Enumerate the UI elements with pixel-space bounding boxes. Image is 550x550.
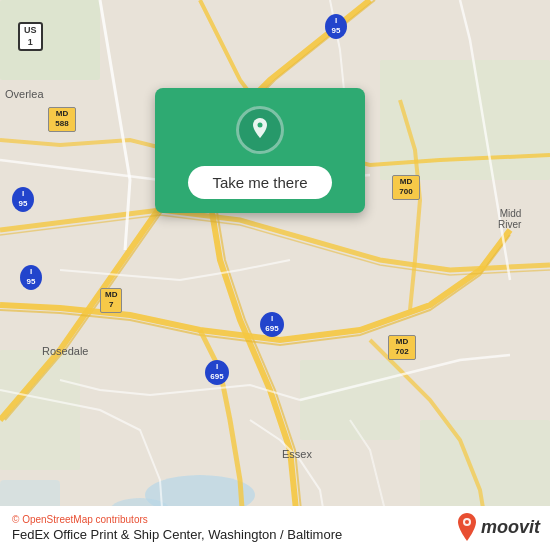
map-container: US1 I95 MD588 MD7 I95 MD700 I95	[0, 0, 550, 550]
moovit-logo: moovit	[456, 512, 540, 542]
navigation-card: Take me there	[155, 88, 365, 213]
place-rosedale: Rosedale	[42, 345, 88, 357]
take-me-there-button[interactable]: Take me there	[188, 166, 331, 199]
location-icon-wrapper	[236, 106, 284, 154]
osm-icon: ©	[12, 514, 19, 525]
shield-i695: I695	[260, 312, 284, 337]
moovit-pin-icon	[456, 512, 478, 542]
svg-rect-8	[420, 420, 550, 520]
shield-i695-2: I695	[205, 360, 229, 385]
shield-md588: MD588	[48, 107, 76, 132]
moovit-brand-text: moovit	[481, 517, 540, 538]
place-essex: Essex	[282, 448, 312, 460]
shield-md702: MD702	[388, 335, 416, 360]
shield-md700: MD700	[392, 175, 420, 200]
svg-point-11	[465, 520, 469, 524]
location-pin-icon	[248, 116, 272, 144]
shield-i95-mid: I95	[12, 187, 34, 212]
shield-us1: US1	[18, 22, 43, 51]
map-background	[0, 0, 550, 550]
svg-point-9	[258, 123, 263, 128]
svg-rect-6	[300, 360, 400, 440]
shield-i95-top: I95	[325, 14, 347, 39]
shield-i95-bot: I95	[20, 265, 42, 290]
place-midd-river: MiddRiver	[498, 208, 521, 230]
place-overlea: Overlea	[5, 88, 44, 100]
shield-md7-mid: MD7	[100, 288, 122, 313]
svg-rect-4	[0, 0, 100, 80]
osm-text: OpenStreetMap contributors	[22, 514, 148, 525]
